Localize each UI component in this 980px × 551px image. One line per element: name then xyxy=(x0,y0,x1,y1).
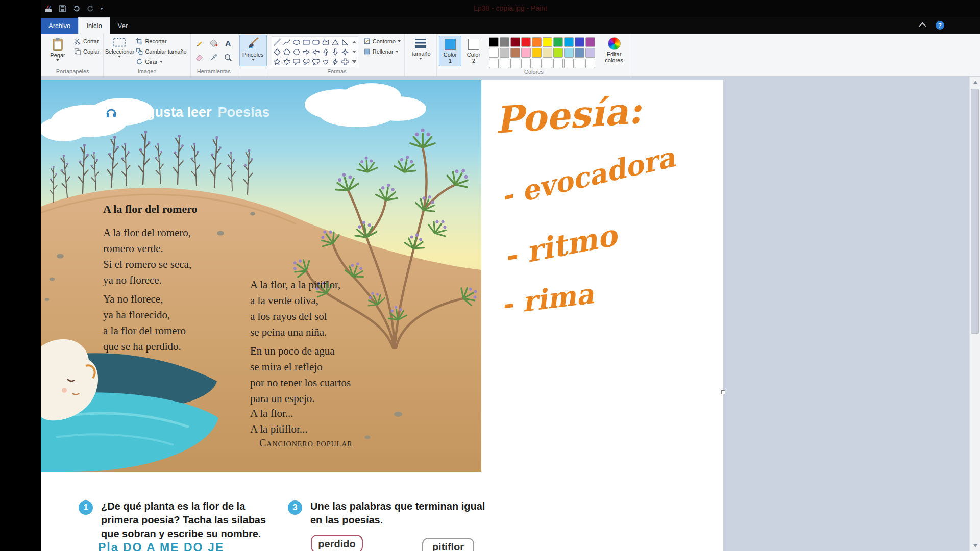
palette-swatch[interactable] xyxy=(543,48,552,58)
color2-button[interactable]: Color 2 xyxy=(462,36,485,66)
color-picker-tool-button[interactable] xyxy=(207,51,220,64)
shape-rounded-rectangle-icon[interactable] xyxy=(311,37,321,47)
palette-swatch[interactable] xyxy=(500,59,509,68)
palette-swatch[interactable] xyxy=(510,37,520,47)
palette-swatch[interactable] xyxy=(489,37,499,47)
palette-swatch[interactable] xyxy=(553,37,563,47)
shape-diamond-icon[interactable] xyxy=(273,47,282,57)
shape-star-6-icon[interactable] xyxy=(282,57,292,66)
wordbox-pitiflor: pitiflor xyxy=(422,538,474,551)
shape-callout-rectangle-icon[interactable] xyxy=(292,57,302,66)
shape-outline-button[interactable]: Contorno xyxy=(362,36,402,46)
shape-hexagon-icon[interactable] xyxy=(292,47,302,57)
shape-heart-icon[interactable] xyxy=(321,57,331,66)
rotate-button[interactable]: Girar xyxy=(134,57,188,66)
select-button[interactable]: Seleccionar xyxy=(106,35,133,66)
line-size-icon xyxy=(414,37,427,49)
shapes-scroll-up-icon[interactable] xyxy=(351,37,358,47)
palette-swatch[interactable] xyxy=(553,59,563,68)
paste-label: Pegar xyxy=(50,52,65,58)
collapse-ribbon-icon[interactable] xyxy=(919,22,927,31)
resize-button[interactable]: Cambiar tamaño xyxy=(134,46,188,56)
text-tool-button[interactable]: A xyxy=(222,36,235,49)
shape-triangle-icon[interactable] xyxy=(331,37,340,47)
colors-group-label: Colores xyxy=(439,68,629,76)
palette-swatch[interactable] xyxy=(532,48,542,58)
palette-swatch[interactable] xyxy=(564,37,574,47)
poem-credit: Cancionero popular xyxy=(259,437,353,449)
size-button[interactable]: Tamaño xyxy=(407,35,434,66)
palette-swatch[interactable] xyxy=(489,48,499,58)
magnifier-tool-button[interactable] xyxy=(222,51,235,64)
shape-curve-icon[interactable] xyxy=(282,37,292,47)
palette-swatch[interactable] xyxy=(585,48,595,58)
tab-inicio[interactable]: Inicio xyxy=(78,17,110,34)
palette-swatch[interactable] xyxy=(575,37,584,47)
palette-swatch[interactable] xyxy=(575,48,584,58)
copy-button[interactable]: Copiar xyxy=(72,46,101,56)
palette-swatch[interactable] xyxy=(510,48,520,58)
help-icon[interactable]: ? xyxy=(936,21,944,30)
palette-swatch[interactable] xyxy=(521,48,531,58)
clipboard-group: Pegar Cortar Copiar Portapapeles xyxy=(42,34,104,76)
palette-swatch[interactable] xyxy=(564,48,574,58)
eraser-tool-button[interactable] xyxy=(193,51,206,64)
shape-polygon-icon[interactable] xyxy=(321,37,331,47)
shape-star-5-icon[interactable] xyxy=(273,57,282,66)
crop-button[interactable]: Recortar xyxy=(134,36,188,46)
shape-arrow-up-icon[interactable] xyxy=(321,47,331,57)
edit-colors-button[interactable]: Editar colores xyxy=(599,35,629,66)
shape-line-icon[interactable] xyxy=(273,37,282,47)
palette-swatch[interactable] xyxy=(521,59,531,68)
paste-button[interactable]: Pegar xyxy=(44,35,71,66)
cut-button[interactable]: Cortar xyxy=(72,36,101,46)
palette-swatch[interactable] xyxy=(489,59,499,68)
pencil-tool-button[interactable] xyxy=(193,36,206,49)
tab-archivo[interactable]: Archivo xyxy=(41,18,78,34)
vertical-scrollbar[interactable] xyxy=(969,77,980,551)
shape-callout-oval-icon[interactable] xyxy=(302,57,311,66)
shape-cross-icon[interactable] xyxy=(340,57,350,66)
color1-button[interactable]: Color 1 xyxy=(439,36,461,66)
palette-swatch[interactable] xyxy=(553,48,563,58)
palette-swatch[interactable] xyxy=(543,59,552,68)
scrollbar-thumb[interactable] xyxy=(971,89,979,334)
shape-right-triangle-icon[interactable] xyxy=(340,37,350,47)
fill-tool-button[interactable] xyxy=(207,36,220,49)
shape-arrow-left-icon[interactable] xyxy=(311,47,321,57)
palette-swatch[interactable] xyxy=(500,37,509,47)
palette-swatch[interactable] xyxy=(575,59,584,68)
palette-swatch[interactable] xyxy=(521,37,531,47)
shape-callout-cloud-icon[interactable] xyxy=(311,57,321,66)
palette-swatch[interactable] xyxy=(532,59,542,68)
shape-rectangle-icon[interactable] xyxy=(302,37,311,47)
palette-swatch[interactable] xyxy=(500,48,509,58)
exercise1-number: 1 xyxy=(79,500,93,515)
canvas-resize-handle[interactable] xyxy=(721,390,725,394)
shapes-more-icon[interactable] xyxy=(351,57,358,67)
window-title: Lp38 - copia.jpg - Paint xyxy=(41,0,980,17)
palette-swatch[interactable] xyxy=(543,37,552,47)
shape-pentagon-icon[interactable] xyxy=(282,47,292,57)
scroll-down-icon[interactable] xyxy=(970,540,980,551)
shape-fill-button[interactable]: Rellenar xyxy=(362,46,402,56)
palette-swatch[interactable] xyxy=(510,59,520,68)
shape-ellipse-icon[interactable] xyxy=(292,37,302,47)
shape-lightning-icon[interactable] xyxy=(331,57,340,66)
shape-arrow-right-icon[interactable] xyxy=(302,47,311,57)
shapes-scroll-down-icon[interactable] xyxy=(351,47,358,57)
brushes-button[interactable]: Pinceles xyxy=(239,35,267,66)
shape-arrow-down-icon[interactable] xyxy=(331,47,340,57)
palette-swatch[interactable] xyxy=(532,37,542,47)
palette-swatch[interactable] xyxy=(585,37,595,47)
shape-star-4-icon[interactable] xyxy=(340,47,350,57)
outline-caret-icon xyxy=(398,40,401,42)
paint-canvas[interactable]: Me gusta leer Poesías A la flor del rome… xyxy=(41,80,723,551)
shapes-scrollbar[interactable] xyxy=(351,37,358,67)
tab-ver[interactable]: Ver xyxy=(110,18,136,34)
shapes-group-label: Formas xyxy=(272,68,402,76)
palette-swatch[interactable] xyxy=(585,59,595,68)
pencil-icon xyxy=(195,39,204,47)
scroll-up-icon[interactable] xyxy=(970,77,980,87)
palette-swatch[interactable] xyxy=(564,59,574,68)
